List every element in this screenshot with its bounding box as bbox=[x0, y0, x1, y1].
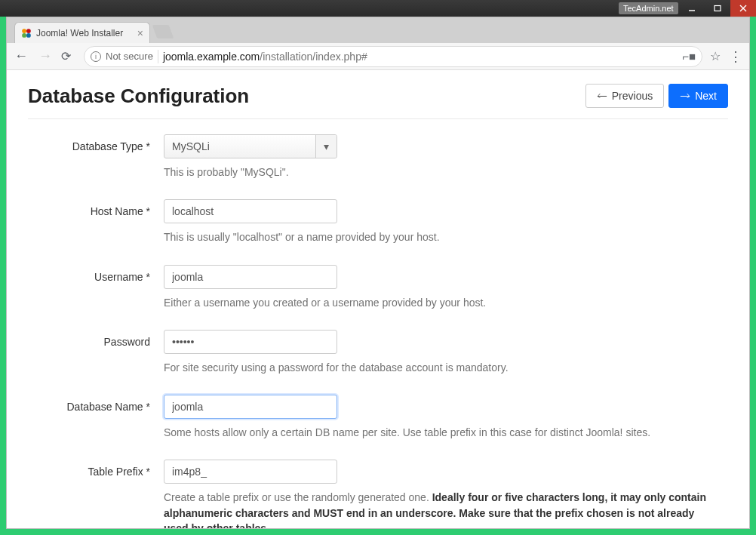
forward-button[interactable]: → bbox=[37, 48, 54, 64]
tab-title: Joomla! Web Installer bbox=[36, 28, 123, 38]
help-prefix-plain: Create a table prefix or use the randoml… bbox=[164, 491, 432, 503]
tab-close-button[interactable]: × bbox=[137, 27, 143, 39]
addr-divider bbox=[158, 50, 158, 63]
window-minimize-button[interactable] bbox=[679, 0, 705, 17]
reload-button[interactable]: ⟳ bbox=[61, 49, 76, 63]
window-close-button[interactable] bbox=[730, 0, 756, 17]
help-password: For site security using a password for t… bbox=[164, 360, 707, 375]
address-bar[interactable]: i Not secure joomla.example.com/installa… bbox=[84, 46, 702, 67]
row-password: Password For site security using a passw… bbox=[28, 330, 728, 375]
new-tab-button[interactable] bbox=[152, 25, 174, 38]
tab-strip: Joomla! Web Installer × bbox=[7, 17, 749, 43]
window-titlebar[interactable]: TecAdmin.net bbox=[0, 0, 756, 17]
svg-point-6 bbox=[22, 33, 26, 38]
password-input[interactable] bbox=[164, 330, 337, 354]
username-input[interactable] bbox=[164, 265, 337, 289]
next-button[interactable]: 🡒 Next bbox=[668, 84, 728, 108]
url-path: /installation/index.php# bbox=[260, 51, 367, 63]
next-label: Next bbox=[695, 90, 717, 102]
host-name-input[interactable] bbox=[164, 199, 337, 223]
label-database-type: Database Type * bbox=[28, 134, 164, 180]
svg-rect-1 bbox=[715, 6, 721, 11]
window-badge: TecAdmin.net bbox=[619, 2, 678, 14]
back-button[interactable]: ← bbox=[13, 48, 29, 64]
table-prefix-input[interactable] bbox=[164, 460, 337, 484]
password-key-icon[interactable]: ⌐■ bbox=[682, 50, 696, 63]
database-type-select[interactable]: MySQLi ▾ bbox=[164, 134, 337, 158]
row-table-prefix: Table Prefix * Create a table prefix or … bbox=[28, 460, 728, 528]
info-icon[interactable]: i bbox=[91, 51, 101, 62]
browser-menu-button[interactable]: ⋮ bbox=[728, 48, 743, 65]
maximize-icon bbox=[714, 5, 721, 12]
previous-button[interactable]: 🡐 Previous bbox=[585, 84, 664, 108]
svg-point-7 bbox=[26, 33, 31, 38]
help-host-name: This is usually "localhost" or a name pr… bbox=[164, 229, 707, 244]
database-type-value: MySQLi bbox=[164, 140, 315, 152]
page-header: Database Configuration 🡐 Previous 🡒 Next bbox=[28, 84, 728, 108]
chevron-down-icon: ▾ bbox=[315, 135, 337, 158]
divider bbox=[28, 118, 728, 119]
joomla-favicon bbox=[21, 28, 32, 38]
label-database-name: Database Name * bbox=[28, 395, 164, 440]
url-host: joomla.example.com bbox=[163, 51, 260, 63]
window-maximize-button[interactable] bbox=[705, 0, 730, 17]
browser-toolbar: ← → ⟳ i Not secure joomla.example.com/in… bbox=[7, 43, 749, 70]
page-title: Database Configuration bbox=[28, 85, 249, 108]
minimize-icon bbox=[688, 5, 696, 12]
label-username: Username * bbox=[28, 265, 164, 310]
help-table-prefix: Create a table prefix or use the randoml… bbox=[164, 490, 707, 528]
row-database-name: Database Name * Some hosts allow only a … bbox=[28, 395, 728, 440]
row-host-name: Host Name * This is usually "localhost" … bbox=[28, 199, 728, 244]
label-table-prefix: Table Prefix * bbox=[28, 460, 164, 528]
help-username: Either a username you created or a usern… bbox=[164, 295, 707, 310]
label-host-name: Host Name * bbox=[28, 199, 164, 244]
row-username: Username * Either a username you created… bbox=[28, 265, 728, 310]
label-password: Password bbox=[28, 330, 164, 375]
close-icon bbox=[739, 5, 747, 12]
not-secure-label: Not secure bbox=[106, 51, 153, 62]
help-database-type: This is probably "MySQLi". bbox=[164, 164, 707, 180]
database-name-input[interactable] bbox=[164, 395, 337, 419]
previous-label: Previous bbox=[612, 90, 653, 102]
browser-tab[interactable]: Joomla! Web Installer × bbox=[14, 22, 150, 43]
row-database-type: Database Type * MySQLi ▾ This is probabl… bbox=[28, 134, 728, 180]
help-prefix-tail: . bbox=[266, 522, 269, 528]
page-content: Database Configuration 🡐 Previous 🡒 Next bbox=[7, 70, 749, 528]
svg-point-5 bbox=[26, 29, 31, 33]
bookmark-star-icon[interactable]: ☆ bbox=[710, 49, 721, 63]
url-text: joomla.example.com/installation/index.ph… bbox=[163, 51, 367, 63]
page-scroll-area[interactable]: Database Configuration 🡐 Previous 🡒 Next bbox=[7, 70, 749, 528]
arrow-left-icon: 🡐 bbox=[597, 90, 607, 102]
svg-point-4 bbox=[22, 29, 26, 33]
browser-window: Joomla! Web Installer × ← → ⟳ i Not secu… bbox=[6, 17, 750, 529]
help-database-name: Some hosts allow only a certain DB name … bbox=[164, 425, 707, 440]
arrow-right-icon: 🡒 bbox=[680, 90, 690, 102]
